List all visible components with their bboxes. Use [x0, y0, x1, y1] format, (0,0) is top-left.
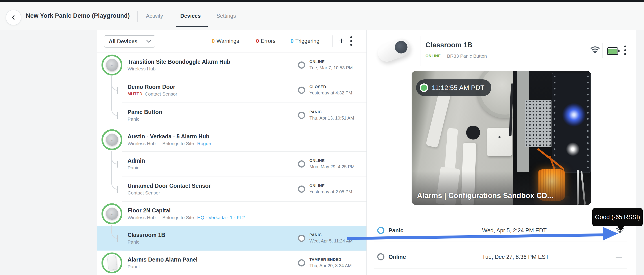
- site-label: Belongs to Site:: [159, 214, 195, 221]
- device-row-floor-2n-capital[interactable]: ⌄ Floor 2N Capital Wireless Hub Belongs …: [97, 201, 366, 226]
- wireless-hub-icon: ⌄: [102, 129, 122, 150]
- status-time: Tue, Mar 7, 10:53 PM: [310, 64, 353, 71]
- device-row-text: Austin - Verkada - 5 Alarm Hub Wireless …: [128, 133, 211, 147]
- device-row-demo-room-door[interactable]: Demo Room Door MUTED Contact Sensor CLOS…: [97, 78, 366, 102]
- online-ring-icon: [377, 253, 384, 261]
- toolbar-divider: [332, 35, 332, 47]
- list-menu-button[interactable]: [350, 30, 352, 52]
- status-ring-icon: [298, 87, 305, 94]
- device-type: Wireless Hub: [128, 214, 156, 221]
- device-status: ONLINE Tue, Mar 7, 10:53 PM: [310, 59, 353, 71]
- device-status: PANIC Thu, Apr 13, 10:51 AM: [310, 109, 354, 121]
- status-ring-icon: [298, 259, 305, 267]
- status-time: Thu, Apr 13, 10:51 AM: [310, 115, 354, 121]
- tree-connector-tick: [117, 235, 118, 242]
- triggering-counter: 0 Triggering: [290, 30, 320, 52]
- add-device-button[interactable]: +: [336, 30, 347, 52]
- window-top-strip: [0, 0, 644, 2]
- device-row-alarms-demo-panel[interactable]: Alarms Demo Alarm Panel Panel TAMPER END…: [97, 251, 366, 275]
- status-ring-icon: [298, 186, 305, 193]
- detail-device-title: Classroom 1B: [426, 41, 472, 49]
- active-tab-underline: [176, 26, 208, 27]
- status-ring-icon: [298, 112, 305, 119]
- title-divider: [138, 11, 138, 22]
- device-row-transition-site-hub[interactable]: ⌄ Transition Site Boondoggle Alarm Hub W…: [97, 52, 366, 78]
- camera-scene-blue-led: [562, 102, 586, 127]
- device-status: ONLINE Mon, May 29, 4:25 PM: [310, 158, 354, 170]
- tab-activity[interactable]: Activity: [146, 2, 163, 30]
- tree-connector-tick: [117, 112, 118, 119]
- device-row-panic-button[interactable]: Panic Button Panic PANIC Thu, Apr 13, 10…: [97, 102, 366, 128]
- event-time: Tue, Dec 27, 8:36 PM EST: [482, 254, 549, 260]
- detail-menu-button[interactable]: [624, 45, 626, 55]
- status-time: Mon, May 29, 4:25 PM: [310, 164, 354, 170]
- tree-connector-tick: [117, 186, 118, 193]
- tab-devices[interactable]: Devices: [180, 2, 201, 30]
- device-row-text: Admin Panic: [128, 157, 145, 171]
- device-name: Panic Button: [128, 108, 162, 116]
- live-dot-icon: [420, 83, 428, 92]
- back-button[interactable]: [6, 10, 21, 25]
- device-row-classroom-1b[interactable]: Classroom 1B Panic PANIC Wed, Apr 5, 11:…: [97, 226, 366, 251]
- errors-count: 0: [256, 38, 259, 44]
- device-type: Contact Sensor: [128, 190, 160, 196]
- subtitle-divider: [444, 53, 444, 59]
- wireless-hub-icon: ⌄: [102, 54, 122, 75]
- tree-connector-tick: [117, 161, 118, 168]
- status-label: PANIC: [310, 232, 353, 238]
- status-ring-icon: [298, 61, 305, 69]
- muted-badge: MUTED: [128, 91, 142, 97]
- status-time: Yesterday at 2:05 PM: [310, 188, 352, 195]
- device-type: Panel: [128, 263, 140, 270]
- status-label: CLOSED: [310, 84, 352, 90]
- warnings-label: Warnings: [216, 38, 239, 44]
- device-type: Wireless Hub: [128, 65, 156, 72]
- device-row-text: Transition Site Boondoggle Alarm Hub Wir…: [128, 58, 230, 72]
- device-row-text: Panic Button Panic: [128, 108, 162, 122]
- status-label: PANIC: [310, 109, 354, 115]
- device-status: PANIC Wed, Apr 5, 11:24 AM: [310, 232, 353, 244]
- tooltip-caret: [617, 226, 625, 231]
- event-row-online[interactable]: Online Tue, Dec 27, 8:36 PM EST —: [367, 246, 628, 268]
- device-type: Contact Sensor: [145, 91, 178, 97]
- device-filter-dropdown[interactable]: All Devices: [104, 35, 156, 47]
- wifi-signal-icon[interactable]: [590, 45, 600, 54]
- device-row-austin-hub[interactable]: ⌄ Austin - Verkada - 5 Alarm Hub Wireles…: [97, 128, 366, 151]
- filter-bar: All Devices 0 Warnings 0 Errors 0 Trigge…: [97, 30, 366, 52]
- device-filter-label: All Devices: [109, 38, 138, 45]
- detail-device-model: BR33 Panic Button: [447, 53, 487, 59]
- event-row-panic[interactable]: Panic Wed, Apr 5, 2:24 PM EDT: [367, 219, 628, 242]
- detail-status-badge: ONLINE: [426, 54, 441, 58]
- row-divider: [374, 268, 628, 269]
- status-ring-icon: [298, 235, 305, 242]
- camera-thumbnail[interactable]: 11:12:55 AM PDT Alarms | Configurations …: [412, 71, 591, 205]
- app-header: New York Panic Demo (Playground) Activit…: [0, 2, 644, 30]
- warnings-counter: 0 Warnings: [212, 30, 239, 52]
- wireless-hub-icon: ⌄: [102, 203, 122, 224]
- device-row-unnamed-contact[interactable]: Unnamed Door Contact Sensor Contact Sens…: [97, 177, 366, 201]
- camera-scene-sensor: [487, 128, 512, 156]
- device-type: Panic: [128, 239, 140, 245]
- site-link[interactable]: Rogue: [197, 140, 211, 147]
- alarm-panel-icon: [102, 252, 122, 273]
- detail-subtitle: ONLINE BR33 Panic Button: [426, 53, 487, 59]
- device-type: Wireless Hub: [128, 140, 156, 147]
- video-timestamp-pill: 11:12:55 AM PDT: [416, 79, 491, 96]
- site-label: Belongs to Site:: [159, 140, 195, 147]
- errors-counter: 0 Errors: [256, 30, 276, 52]
- tab-settings[interactable]: Settings: [216, 2, 236, 30]
- device-status: CLOSED Yesterday at 4:32 PM: [310, 84, 352, 96]
- device-row-text: Alarms Demo Alarm Panel Panel: [128, 256, 198, 270]
- device-row-admin[interactable]: Admin Panic ONLINE Mon, May 29, 4:25 PM: [97, 151, 366, 177]
- device-name: Classroom 1B: [128, 231, 165, 239]
- device-list-panel: All Devices 0 Warnings 0 Errors 0 Trigge…: [97, 30, 367, 275]
- device-name: Demo Room Door: [128, 83, 177, 91]
- no-signal-dash: —: [616, 253, 622, 261]
- site-link[interactable]: HQ - Verkada - 1 - FL2: [197, 214, 245, 221]
- status-ring-icon: [298, 160, 305, 168]
- video-timestamp: 11:12:55 AM PDT: [432, 84, 484, 91]
- event-label: Online: [388, 254, 406, 260]
- status-time: Wed, Apr 5, 11:24 AM: [310, 238, 353, 244]
- status-time: Thu, Apr 20, 8:34 AM: [310, 262, 352, 269]
- camera-name-overlay: Alarms | Configurations Sandbox CD...: [417, 191, 553, 200]
